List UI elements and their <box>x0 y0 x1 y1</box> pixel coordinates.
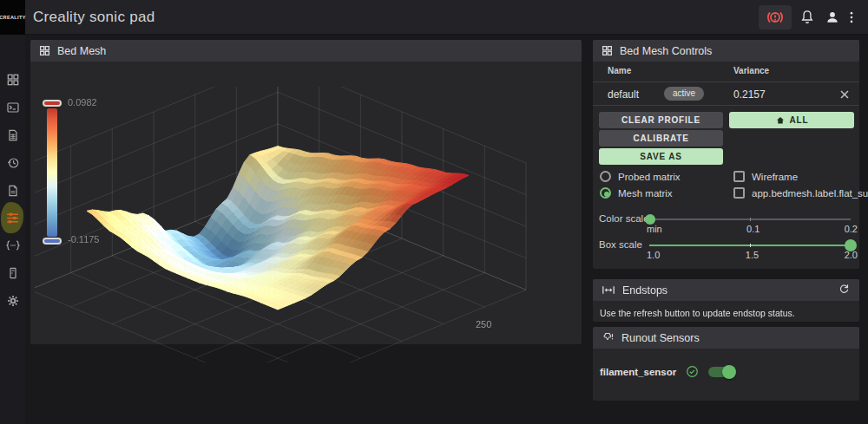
sidebar-item-settings[interactable] <box>0 289 25 313</box>
home-all-button[interactable]: ALL <box>729 112 854 128</box>
box-scale-ticks: 1.0 1.5 2.0 <box>647 250 858 260</box>
calibrate-button[interactable]: CALIBRATE <box>599 130 723 147</box>
emergency-stop-button[interactable] <box>759 5 792 29</box>
creality-logo[interactable]: CREALITY <box>0 0 25 35</box>
colorbar-min-label: -0.1175 <box>68 234 100 245</box>
color-scale-ticks: min 0.1 0.2 <box>647 224 858 234</box>
profile-name: default <box>608 88 639 101</box>
endstops-panel-title: Endstops <box>622 284 667 297</box>
machine-icon <box>6 266 20 280</box>
topbar: CREALITY Creality sonic pad <box>0 0 868 35</box>
toggle-knob <box>722 365 736 379</box>
console-icon <box>6 101 20 114</box>
slider-mid-tick <box>750 218 751 221</box>
app-title: Creality sonic pad <box>33 0 155 35</box>
nozzle-alert-icon <box>602 331 615 344</box>
refresh-icon <box>838 283 851 296</box>
bed-mesh-plot-area: 0.0982 -0.1175 250 <box>30 62 582 344</box>
sidebar-item-dashboard[interactable] <box>0 68 25 92</box>
runout-sensors-panel: Runout Sensors filament_sensor <box>593 327 859 401</box>
overflow-menu-button[interactable] <box>838 5 865 29</box>
active-badge: active <box>664 87 704 101</box>
checkbox-wireframe[interactable]: Wireframe <box>733 171 798 182</box>
bed-mesh-panel-header: Bed Mesh <box>30 40 582 62</box>
bed-mesh-controls-panel: Bed Mesh Controls Name Variance default … <box>593 40 859 269</box>
radio-selected-icon <box>600 187 611 199</box>
endstops-message: Use the refresh button to update endstop… <box>600 308 795 318</box>
colorbar-min-handle[interactable] <box>43 238 62 245</box>
column-header-variance: Variance <box>733 66 769 75</box>
configuration-file-icon <box>6 184 20 198</box>
emergency-stop-icon <box>765 7 786 28</box>
colorbar-max-label: 0.0982 <box>68 97 97 108</box>
bed-mesh-panel-title: Bed Mesh <box>57 45 106 57</box>
filament-sensor-row: filament_sensor <box>600 364 734 379</box>
home-icon <box>775 115 786 126</box>
endstops-panel-header: Endstops <box>593 279 859 301</box>
grid-icon <box>39 45 50 56</box>
macros-braces-icon <box>5 239 21 251</box>
dashboard-icon <box>6 73 20 87</box>
box-scale-label: Box scale <box>599 239 642 250</box>
runout-panel-header: Runout Sensors <box>593 327 859 349</box>
radio-probed-matrix[interactable]: Probed matrix <box>600 171 681 182</box>
screen: CREALITY Creality sonic pad <box>0 0 868 424</box>
notifications-button[interactable] <box>794 5 820 29</box>
sidebar-item-gcode-files[interactable] <box>0 123 25 147</box>
bed-mesh-canvas[interactable] <box>35 87 577 362</box>
slider-mid-tick <box>750 244 751 247</box>
sidebar <box>0 35 25 424</box>
gcode-files-icon <box>6 128 20 142</box>
sidebar-item-console[interactable] <box>0 95 25 120</box>
checkbox-icon <box>733 187 745 199</box>
sidebar-item-macros[interactable] <box>0 233 25 258</box>
radio-mesh-matrix[interactable]: Mesh matrix <box>600 187 673 199</box>
sensor-name: filament_sensor <box>600 367 676 377</box>
sidebar-item-machine[interactable] <box>0 261 25 285</box>
radio-icon <box>600 171 611 182</box>
color-scale-label: Color scale <box>599 213 649 224</box>
check-circle-icon <box>685 364 700 379</box>
sensor-toggle[interactable] <box>708 367 734 377</box>
profile-variance: 0.2157 <box>733 88 766 101</box>
close-icon <box>839 89 850 100</box>
profile-table-row[interactable]: default active 0.2157 <box>593 82 859 106</box>
colorbar-gradient <box>47 108 57 237</box>
checkbox-flat-surface[interactable]: app.bedmesh.label.flat_surface <box>733 187 868 199</box>
endstops-panel: Endstops Use the refresh button to updat… <box>593 279 859 322</box>
bed-mesh-panel: Bed Mesh 0.0982 -0.1175 250 <box>30 40 582 344</box>
checkbox-icon <box>733 171 745 182</box>
x-axis-tick-250: 250 <box>476 319 491 329</box>
grid-icon <box>602 45 613 56</box>
sidebar-item-history[interactable] <box>0 151 25 175</box>
bell-icon <box>799 9 816 26</box>
colorbar-max-handle[interactable] <box>43 100 62 107</box>
clear-profile-button[interactable]: CLEAR PROFILE <box>599 112 723 128</box>
color-scale-slider[interactable] <box>649 219 851 220</box>
refresh-endstops-button[interactable] <box>835 282 852 299</box>
tune-icon <box>5 211 20 225</box>
endstop-icon <box>602 284 615 296</box>
remove-profile-button[interactable] <box>837 87 852 102</box>
save-as-button[interactable]: SAVE AS <box>599 148 723 165</box>
settings-gear-icon <box>6 294 20 308</box>
column-header-name: Name <box>608 66 631 75</box>
history-icon <box>6 156 20 170</box>
controls-panel-header: Bed Mesh Controls <box>593 40 859 62</box>
box-scale-slider[interactable] <box>649 245 851 246</box>
sidebar-item-configuration[interactable] <box>0 179 25 203</box>
runout-panel-title: Runout Sensors <box>621 332 700 344</box>
sidebar-item-tune[interactable] <box>0 205 25 230</box>
controls-panel-title: Bed Mesh Controls <box>620 45 712 57</box>
kebab-menu-icon <box>844 9 859 26</box>
